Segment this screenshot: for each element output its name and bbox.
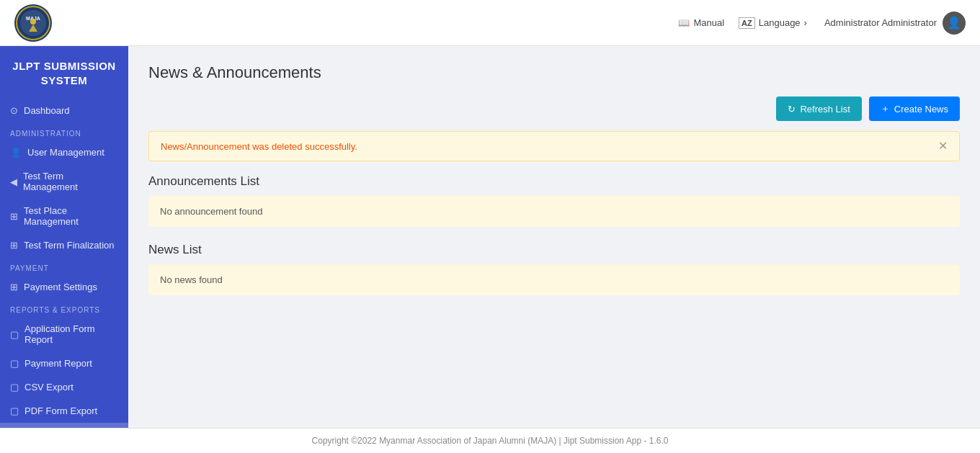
footer-text: Copyright ©2022 Myanmar Association of J… <box>312 436 669 446</box>
success-alert: News/Announcement was deleted successful… <box>148 131 960 161</box>
sidebar-item-label: Application Form Report <box>24 323 118 345</box>
create-news-button[interactable]: ＋ Create News <box>869 97 960 121</box>
grid-icon: ⊞ <box>10 211 18 222</box>
svg-point-4 <box>30 19 36 24</box>
logo: MAJA <box>14 4 52 42</box>
pdf-icon: ▢ <box>10 405 19 416</box>
sidebar-item-news-announcement[interactable]: ▢ News & Announcement <box>0 423 128 428</box>
alert-message: News/Announcement was deleted successful… <box>161 141 357 152</box>
announcements-section-title: Announcements List <box>148 174 960 189</box>
dashboard-icon: ⊙ <box>10 105 18 116</box>
sidebar-item-label: Payment Settings <box>24 282 97 292</box>
topbar: MAJA 📖 Manual AZ Language › Administrato… <box>0 0 980 46</box>
create-label: Create News <box>894 104 948 115</box>
nav-icon: ◀ <box>10 176 17 187</box>
language-selector[interactable]: AZ Language › <box>739 17 807 29</box>
sidebar-item-payment-report[interactable]: ▢ Payment Report <box>0 351 128 375</box>
news-empty: No news found <box>148 264 960 295</box>
book-icon: 📖 <box>678 17 690 28</box>
sidebar-item-dashboard[interactable]: ⊙ Dashboard <box>0 99 128 122</box>
manual-label: Manual <box>693 17 724 28</box>
sidebar-item-label: Test Term Management <box>23 171 118 192</box>
news-section-title: News List <box>148 243 960 257</box>
sidebar-item-user-management[interactable]: 👤 User Management <box>0 140 128 164</box>
sidebar-item-payment-settings[interactable]: ⊞ Payment Settings <box>0 275 128 299</box>
manual-link[interactable]: 📖 Manual <box>678 17 724 28</box>
user-menu[interactable]: Administrator Administrator 👤 <box>824 12 966 35</box>
refresh-label: Refresh List <box>800 104 850 115</box>
sidebar-item-test-term-management[interactable]: ◀ Test Term Management <box>0 164 128 199</box>
sidebar-item-test-term-finalization[interactable]: ⊞ Test Term Finalization <box>0 233 128 257</box>
main-content: News & Announcements ↻ Refresh List ＋ Cr… <box>128 46 980 428</box>
toolbar: ↻ Refresh List ＋ Create News <box>148 97 960 121</box>
section-label-administration: ADMINISTRATION <box>0 122 128 140</box>
sidebar-item-label: User Management <box>27 147 104 158</box>
user-name: Administrator Administrator <box>824 17 937 28</box>
refresh-icon: ↻ <box>788 104 796 115</box>
sidebar-item-label: Payment Report <box>24 358 92 369</box>
report-icon: ▢ <box>10 329 19 340</box>
sidebar-item-label: Test Place Management <box>24 205 118 227</box>
plus-icon: ＋ <box>881 102 890 115</box>
sidebar-item-label: CSV Export <box>24 382 74 393</box>
sidebar-item-csv-export[interactable]: ▢ CSV Export <box>0 375 128 399</box>
section-label-reports: REPORTS & EXPORTS <box>0 299 128 317</box>
news-empty-message: No news found <box>160 274 223 285</box>
sidebar-item-pdf-form-export[interactable]: ▢ PDF Form Export <box>0 399 128 423</box>
sidebar-item-label: PDF Form Export <box>24 405 97 416</box>
grid2-icon: ⊞ <box>10 240 18 251</box>
announcements-empty: No announcement found <box>148 196 960 227</box>
csv-icon: ▢ <box>10 382 19 393</box>
section-label-payment: PAYMENT <box>0 257 128 275</box>
alert-close-button[interactable]: ✕ <box>938 140 948 152</box>
payment-report-icon: ▢ <box>10 358 19 369</box>
avatar: 👤 <box>943 12 966 35</box>
app-title: JLPT SUBMISSION SYSTEM <box>0 46 128 99</box>
language-label: Language <box>759 17 801 28</box>
page-title: News & Announcements <box>148 63 960 82</box>
sidebar: JLPT SUBMISSION SYSTEM ⊙ Dashboard ADMIN… <box>0 46 128 428</box>
sidebar-item-test-place-management[interactable]: ⊞ Test Place Management <box>0 199 128 233</box>
refresh-list-button[interactable]: ↻ Refresh List <box>776 97 861 121</box>
footer: Copyright ©2022 Myanmar Association of J… <box>0 428 980 453</box>
chevron-right-icon: › <box>804 17 807 28</box>
announcements-empty-message: No announcement found <box>160 206 262 217</box>
sidebar-item-label: Dashboard <box>24 105 70 116</box>
user-icon: 👤 <box>10 147 22 158</box>
sidebar-item-application-form-report[interactable]: ▢ Application Form Report <box>0 317 128 351</box>
language-icon: AZ <box>739 17 755 29</box>
sidebar-item-label: Test Term Finalization <box>24 240 114 251</box>
payment-icon: ⊞ <box>10 282 18 292</box>
